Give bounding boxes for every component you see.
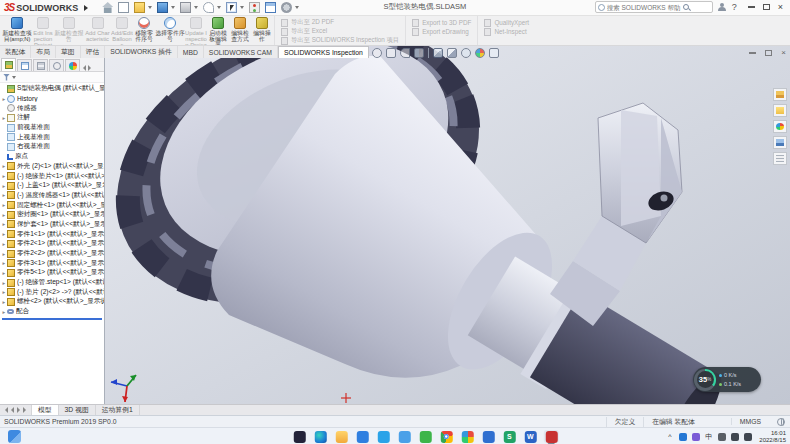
memory-usage-dial[interactable]: 35% <box>694 369 716 391</box>
custom-properties-tab-icon[interactable] <box>773 152 787 165</box>
view-palette-tab-icon[interactable] <box>773 136 787 149</box>
feature-tree-item[interactable]: 原点 <box>0 152 104 162</box>
feature-tree-item[interactable]: ▸ 配合 <box>0 307 104 317</box>
tray-icon[interactable] <box>691 431 700 442</box>
previous-view-icon[interactable] <box>400 48 410 58</box>
display-style-icon[interactable] <box>447 48 457 58</box>
command-tab[interactable]: 布局 <box>31 46 56 58</box>
dimxpert-manager-tab[interactable] <box>49 59 64 71</box>
export-menu-item[interactable]: 导出至 SOLIDWORKS Inspection 项目 <box>281 36 399 45</box>
ribbon-button[interactable]: Edit Inspection Project <box>32 16 54 45</box>
section-view-icon[interactable] <box>414 48 424 58</box>
toolbar-flyout-icon[interactable] <box>84 5 88 11</box>
taskbar-app-button[interactable] <box>439 430 454 443</box>
net-speed-monitor-widget[interactable]: 35% 0 K/s 0.1 K/s <box>693 367 761 392</box>
feature-tree-item[interactable]: 上视基准面 <box>0 132 104 142</box>
taskbar-clock[interactable]: 16:01 2022/8/15 <box>759 430 786 443</box>
print-caret-icon[interactable] <box>194 6 198 9</box>
feature-tree-item[interactable]: ▸ 零件3<1> (默认<<默认>_显示状态 <box>0 258 104 268</box>
appearances-scenes-tab-icon[interactable] <box>773 120 787 133</box>
export-menu-item[interactable]: QualityXpert <box>484 18 529 27</box>
feature-tree-item[interactable]: ▸ (-) 绝缘管.step<1> (默认<<默认> <box>0 278 104 288</box>
select-tool-button[interactable] <box>226 2 237 13</box>
tray-icon[interactable]: 中 <box>704 431 713 442</box>
taskbar-app-button[interactable] <box>376 430 391 443</box>
doc-restore-button[interactable] <box>765 50 772 56</box>
tray-icon[interactable] <box>717 431 726 442</box>
export-menu-item[interactable]: Net-Inspect <box>484 27 529 36</box>
feature-tree-item[interactable]: ▸ (-) 温度传感器<1> (默认<<默认>_ <box>0 191 104 201</box>
save-button[interactable] <box>157 2 168 13</box>
search-scope-icon[interactable] <box>598 4 605 11</box>
rollback-bar[interactable] <box>2 318 102 320</box>
feature-tree-tab[interactable] <box>1 58 16 71</box>
ribbon-button[interactable]: Update Inspection Project <box>185 16 207 45</box>
tray-icon[interactable] <box>743 431 752 442</box>
command-tab[interactable]: SOLIDWORKS Inspection <box>278 46 369 58</box>
taskbar-app-button[interactable] <box>313 430 328 443</box>
command-tab[interactable]: SOLIDWORKS CAM <box>204 46 278 58</box>
taskbar-app-button[interactable] <box>355 430 370 443</box>
taskbar-app-button[interactable] <box>292 430 307 443</box>
taskbar-app-button[interactable] <box>544 430 559 443</box>
export-menu-item[interactable]: Export to 3D PDF <box>412 18 471 27</box>
document-view-tab[interactable]: 3D 视图 <box>59 405 96 415</box>
tab-scroll-first-icon[interactable] <box>5 407 8 413</box>
save-caret-icon[interactable] <box>171 6 175 9</box>
ribbon-button[interactable]: Add/Edit Balloons <box>111 16 133 45</box>
export-menu-item[interactable]: Export eDrawing <box>412 27 471 36</box>
doc-close-button[interactable]: × <box>781 48 786 57</box>
feature-tree-item[interactable]: 传感器 <box>0 103 104 113</box>
command-tab[interactable]: SOLIDWORKS 插件 <box>105 46 178 58</box>
taskbar-app-button[interactable]: W <box>523 430 538 443</box>
filter-caret-icon[interactable] <box>12 76 16 79</box>
undo-button[interactable] <box>203 2 214 13</box>
apply-scene-icon[interactable] <box>489 48 499 58</box>
command-tab[interactable]: 装配体 <box>0 46 31 58</box>
new-document-button[interactable] <box>118 2 129 13</box>
feature-tree-item[interactable]: ▸ 密封圈<1> (默认<<默认>_显示状态 <box>0 210 104 220</box>
zoom-fit-icon[interactable] <box>372 48 382 58</box>
open-button[interactable] <box>134 2 145 13</box>
taskbar-app-button[interactable] <box>250 430 265 443</box>
select-caret-icon[interactable] <box>240 6 244 9</box>
taskbar-app-button[interactable] <box>397 430 412 443</box>
taskbar-app-button[interactable] <box>334 430 349 443</box>
feature-tree-item[interactable]: ▸ (-) 上盖<1> (默认<<默认>_显示状 <box>0 181 104 191</box>
command-tab[interactable]: 评估 <box>81 46 106 58</box>
ribbon-button[interactable]: 启动模板编辑器 <box>207 16 229 45</box>
filter-funnel-icon[interactable] <box>3 74 10 81</box>
widgets-button[interactable] <box>8 430 21 443</box>
home-button[interactable] <box>102 2 113 13</box>
zoom-area-icon[interactable] <box>386 48 396 58</box>
ribbon-button[interactable]: 选择零件序号 <box>155 16 185 42</box>
tray-icon[interactable]: ^ <box>665 431 674 442</box>
ribbon-button[interactable]: 编辑操作 <box>251 16 273 42</box>
help-button[interactable]: ? <box>732 2 737 12</box>
taskbar-app-button[interactable] <box>271 430 286 443</box>
feature-tree-item[interactable]: ▸ 保护套<1> (默认<<默认>_显示状态 <box>0 220 104 230</box>
taskbar-app-button[interactable]: S <box>502 430 517 443</box>
display-manager-tab[interactable] <box>65 59 80 71</box>
edit-appearance-icon[interactable] <box>475 48 485 58</box>
command-tab[interactable]: 草图 <box>56 46 81 58</box>
globe-status-icon[interactable] <box>777 418 785 426</box>
feature-tree-item[interactable]: ▸ 零件5<1> (默认<<默认>_显示状态 <box>0 268 104 278</box>
tab-scroll-right-icon[interactable] <box>17 407 20 413</box>
feature-tree-item[interactable]: ▸ History <box>0 94 104 104</box>
undo-caret-icon[interactable] <box>217 6 221 9</box>
taskbar-app-button[interactable] <box>460 430 475 443</box>
restore-button[interactable] <box>763 4 770 10</box>
ribbon-button[interactable]: 编辑检查方式 <box>229 16 251 42</box>
feature-tree-item[interactable]: 右视基准面 <box>0 142 104 152</box>
ribbon-button[interactable]: Add Characteristic <box>84 16 111 42</box>
feature-tree-item[interactable]: ▸ 零件2<2> (默认<<默认>_显示状态 <box>0 249 104 259</box>
feature-tree-item[interactable]: ▸ (-) 绝缘垫片<1> (默认<<默认>_显 <box>0 171 104 181</box>
taskbar-app-button[interactable] <box>418 430 433 443</box>
print-button[interactable] <box>180 2 191 13</box>
document-view-tab[interactable]: 模型 <box>32 405 59 415</box>
feature-tree-item[interactable]: ▸ 注解 <box>0 113 104 123</box>
tab-scroll-last-icon[interactable] <box>23 407 26 413</box>
ribbon-button[interactable]: 新建检查报告 <box>54 16 84 42</box>
open-caret-icon[interactable] <box>148 6 152 9</box>
